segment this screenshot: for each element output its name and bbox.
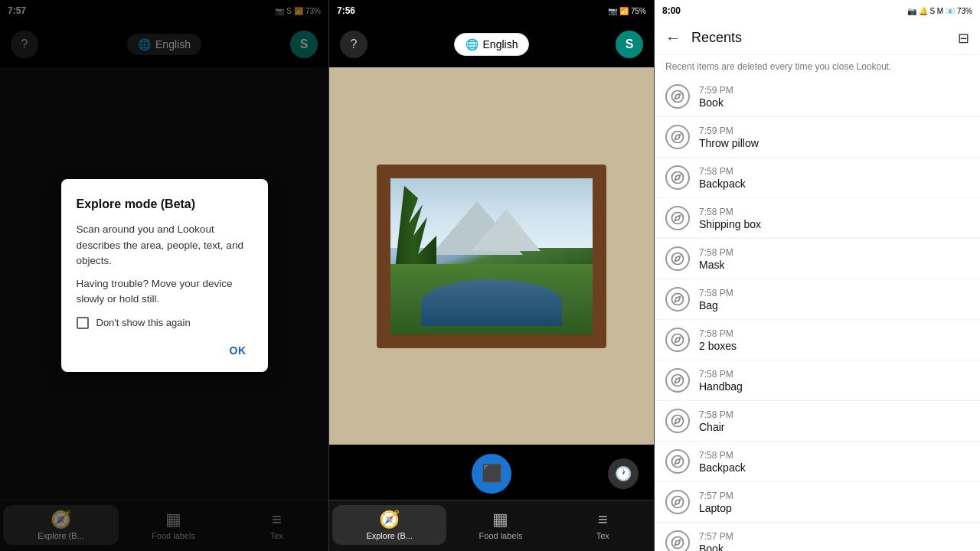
recents-item-info-10: 7:57 PM Laptop [699,491,733,514]
recents-item[interactable]: 7:58 PM 2 boxes [655,320,980,360]
painting-frame [377,165,606,348]
nav-explore-middle[interactable]: 🧭 Explore (B... [332,505,446,545]
menu-button[interactable]: ⊟ [958,30,969,47]
svg-point-2 [672,172,684,184]
recents-item-info-4: 7:58 PM Mask [699,247,733,271]
recents-item-time-6: 7:58 PM [699,328,737,339]
help-icon-mid: ? [351,37,358,51]
help-button-middle[interactable]: ? [340,31,368,58]
recents-item[interactable]: 7:59 PM Book [655,77,980,117]
recents-item[interactable]: 7:58 PM Chair [655,401,980,442]
recents-list: 7:59 PM Book 7:59 PM Throw pillow [655,77,980,551]
status-icons-middle: 📷 📶 75% [608,7,646,15]
battery-mid: 75% [631,7,646,15]
recents-item-name-7: Handbag [699,380,743,393]
status-time-right: 8:00 [662,5,681,16]
recents-item-name-6: 2 boxes [699,340,737,352]
recents-item-icon-10 [665,490,690,514]
recents-item-icon-3 [665,206,690,230]
dialog-ok-button[interactable]: OK [224,341,253,360]
recents-item[interactable]: 7:59 PM Throw pillow [655,117,980,158]
dialog-checkbox-row: Don't show this again [77,317,253,329]
svg-point-11 [672,537,684,549]
recents-item-icon-7 [665,368,690,393]
back-button[interactable]: ← [665,29,681,47]
food-label-mid: Food labels [479,531,523,540]
recents-item-time-0: 7:59 PM [699,85,733,96]
recents-item-name-9: Backpack [699,461,746,474]
dont-show-checkbox[interactable] [77,317,89,329]
recents-item[interactable]: 7:58 PM Mask [655,239,980,279]
avatar-middle[interactable]: S [616,31,643,58]
painting-artwork [377,165,606,348]
recents-item-time-8: 7:58 PM [699,409,733,420]
battery-right: 73% [957,7,972,15]
dialog-title: Explore mode (Beta) [77,197,253,211]
nav-text-middle[interactable]: ≡ Tex [552,507,654,543]
recents-item-icon-5 [665,287,690,311]
svg-point-5 [672,294,684,305]
recents-item[interactable]: 7:57 PM Book [655,523,980,551]
recents-item-name-5: Bag [699,299,733,311]
recents-item-time-2: 7:58 PM [699,166,746,177]
recents-item-info-9: 7:58 PM Backpack [699,450,746,474]
recents-item-icon-2 [665,165,690,190]
nav-food-middle[interactable]: ▦ Food labels [449,507,551,543]
dialog-overlay: Explore mode (Beta) Scan around you and … [0,0,328,551]
recents-item-time-7: 7:58 PM [699,369,743,380]
text-icon-mid: ≡ [598,510,608,530]
svg-point-1 [672,132,684,143]
recents-item[interactable]: 7:58 PM Handbag [655,360,980,401]
icons-right: 📷 🔔 S M 📧 [907,7,955,15]
explore-label-mid: Explore (B... [366,531,413,540]
status-time-middle: 7:56 [337,5,355,16]
avatar-letter-middle: S [626,37,634,51]
recents-title: Recents [691,30,947,46]
recents-button-middle[interactable]: 🕐 [608,458,639,489]
recents-item-info-3: 7:58 PM Shipping box [699,207,761,230]
recents-item-time-9: 7:58 PM [699,450,746,461]
recents-item-name-8: Chair [699,421,733,433]
recents-item-time-5: 7:58 PM [699,288,733,298]
dialog-body-p2: Having trouble? Move your device slowly … [77,276,253,308]
globe-icon-middle: 🌐 [466,38,479,51]
recents-item-time-3: 7:58 PM [699,207,761,217]
recents-item-icon-9 [665,449,690,474]
status-icons-right: 📷 🔔 S M 📧 73% [907,7,972,15]
recents-item-info-8: 7:58 PM Chair [699,409,733,433]
wifi-icon-mid: 📶 [619,7,629,15]
recents-item-name-4: Mask [699,259,733,271]
camera-icon-mid: 📷 [608,7,617,15]
svg-point-0 [672,91,684,103]
status-bar-middle: 7:56 📷 📶 75% [329,0,654,21]
svg-point-10 [672,497,684,508]
svg-point-7 [672,375,684,386]
recents-item-icon-6 [665,328,690,352]
recents-subtitle: Recent items are deleted every time you … [655,55,980,77]
language-button-middle[interactable]: 🌐 English [454,33,530,56]
recents-item[interactable]: 7:58 PM Shipping box [655,198,980,239]
recents-item-time-1: 7:59 PM [699,126,759,136]
recents-item[interactable]: 7:58 PM Bag [655,279,980,320]
svg-point-8 [672,416,684,427]
recents-item-icon-4 [665,246,690,271]
text-label-mid: Tex [596,531,609,540]
top-bar-middle: ? 🌐 English S [329,21,654,67]
panel-left: 7:57 📷 S 📶 73% ? 🌐 English S 📷 Explore m… [0,0,329,551]
recents-item-time-10: 7:57 PM [699,491,733,501]
dialog-body: Scan around you and Lookout describes th… [77,222,253,307]
recents-item-icon-1 [665,125,690,149]
painting-mountain2 [472,209,541,251]
recents-item-info-6: 7:58 PM 2 boxes [699,328,737,352]
recents-item-info-7: 7:58 PM Handbag [699,369,743,393]
recents-item-name-3: Shipping box [699,218,761,230]
recents-item-info-1: 7:59 PM Throw pillow [699,126,759,149]
svg-point-4 [672,253,684,265]
lang-label-middle: English [483,38,518,51]
recents-item[interactable]: 7:58 PM Backpack [655,158,980,198]
recents-item-icon-8 [665,409,690,433]
panel-middle: 7:56 📷 📶 75% ? 🌐 English S [329,0,655,551]
recents-item[interactable]: 7:58 PM Backpack [655,442,980,482]
recents-item[interactable]: 7:57 PM Laptop [655,482,980,523]
capture-button[interactable]: ⬛ [472,454,511,494]
